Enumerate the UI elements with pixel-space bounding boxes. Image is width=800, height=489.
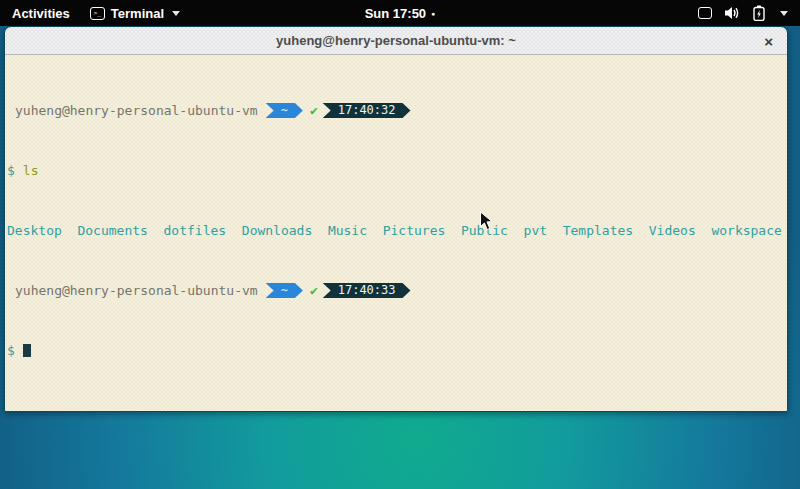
screen-icon (698, 7, 712, 19)
top-bar: Activities >_ Terminal Sun 17:50 ● (0, 0, 800, 26)
clock-label: Sun 17:50 (365, 6, 426, 21)
prompt-cwd-segment: ~ (266, 283, 303, 298)
titlebar[interactable]: yuheng@henry-personal-ubuntu-vm: ~ × (5, 27, 787, 55)
prompt-cwd-segment: ~ (266, 103, 303, 118)
check-icon: ✔ (310, 103, 318, 118)
prompt-symbol: $ (7, 163, 15, 178)
system-tray[interactable] (698, 0, 800, 26)
prompt-user-host: yuheng@henry-personal-ubuntu-vm (15, 283, 258, 298)
input-line[interactable]: $ (7, 343, 787, 358)
volume-icon (725, 6, 740, 20)
activities-button[interactable]: Activities (0, 0, 82, 26)
prompt-timestamp: 17:40:32 (323, 103, 411, 118)
battery-charging-icon (753, 5, 765, 21)
prompt-symbol: $ (7, 343, 15, 358)
notification-dot-icon: ● (431, 10, 435, 17)
chevron-down-icon (780, 11, 788, 16)
prompt-line: yuheng@henry-personal-ubuntu-vm ~ ✔ 17:4… (7, 103, 787, 118)
clock-button[interactable]: Sun 17:50 ● (365, 6, 436, 21)
window-title: yuheng@henry-personal-ubuntu-vm: ~ (276, 33, 516, 48)
prompt-user-host: yuheng@henry-personal-ubuntu-vm (15, 103, 258, 118)
prompt-line: yuheng@henry-personal-ubuntu-vm ~ ✔ 17:4… (7, 283, 787, 298)
command-line: $ ls (7, 163, 787, 178)
close-icon[interactable]: × (764, 33, 773, 48)
terminal-app-icon: >_ (90, 7, 105, 20)
prompt-timestamp: 17:40:33 (323, 283, 411, 298)
terminal-window: yuheng@henry-personal-ubuntu-vm: ~ × yuh… (4, 26, 788, 412)
check-icon: ✔ (310, 283, 318, 298)
command-text: ls (23, 163, 39, 178)
app-menu-label: Terminal (111, 6, 164, 21)
chevron-down-icon (172, 11, 180, 16)
top-bar-left: Activities >_ Terminal (0, 0, 188, 26)
ls-output: Desktop Documents dotfiles Downloads Mus… (7, 223, 787, 238)
app-menu-terminal[interactable]: >_ Terminal (82, 0, 188, 26)
text-cursor (23, 344, 31, 357)
terminal-content[interactable]: yuheng@henry-personal-ubuntu-vm ~ ✔ 17:4… (5, 55, 787, 411)
